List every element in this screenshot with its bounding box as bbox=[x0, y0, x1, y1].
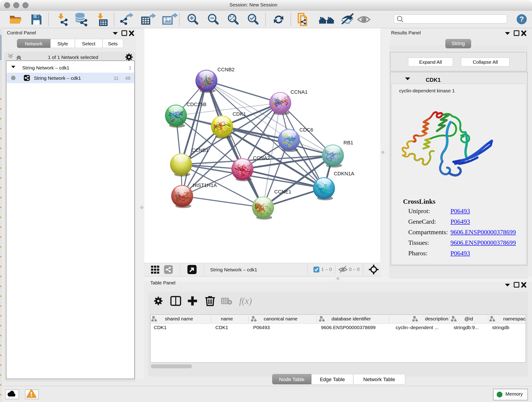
svg-text:CCNA1: CCNA1 bbox=[291, 89, 308, 95]
svg-text:RB1: RB1 bbox=[343, 140, 353, 146]
svg-text:CCNB1: CCNB1 bbox=[191, 147, 209, 153]
svg-text:CCNB2: CCNB2 bbox=[217, 67, 234, 72]
svg-text:CCNA2: CCNA2 bbox=[253, 155, 270, 161]
svg-text:CDC6: CDC6 bbox=[299, 127, 313, 133]
svg-text:CCNE1: CCNE1 bbox=[274, 189, 291, 195]
svg-text:HIST1H1A: HIST1H1A bbox=[193, 182, 217, 188]
svg-text:?: ? bbox=[519, 15, 524, 23]
svg-text:CDKN1A: CDKN1A bbox=[334, 171, 355, 177]
svg-text:CDK1: CDK1 bbox=[233, 111, 246, 117]
svg-text:CDC25B: CDC25B bbox=[186, 102, 206, 107]
